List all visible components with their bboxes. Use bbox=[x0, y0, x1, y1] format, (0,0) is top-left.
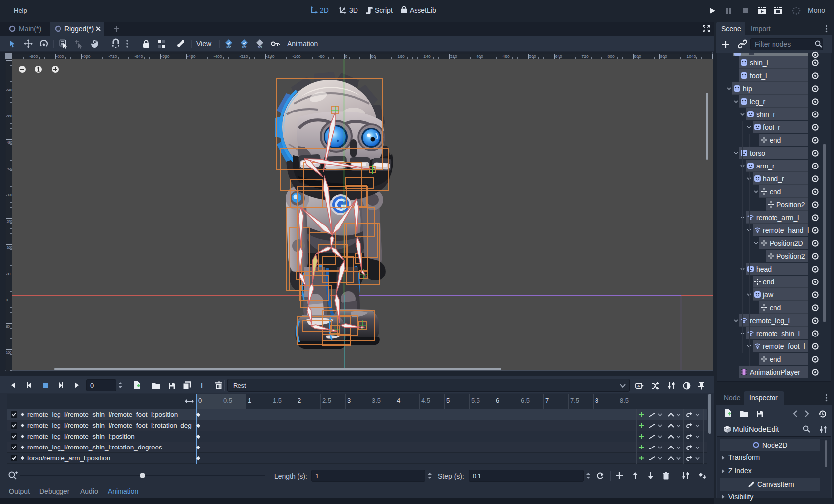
svg-text:loc: loc bbox=[227, 45, 231, 49]
svg-text:scl: scl bbox=[258, 45, 262, 49]
svg-text:rot: rot bbox=[242, 45, 246, 49]
svg-text:A: A bbox=[637, 384, 640, 388]
